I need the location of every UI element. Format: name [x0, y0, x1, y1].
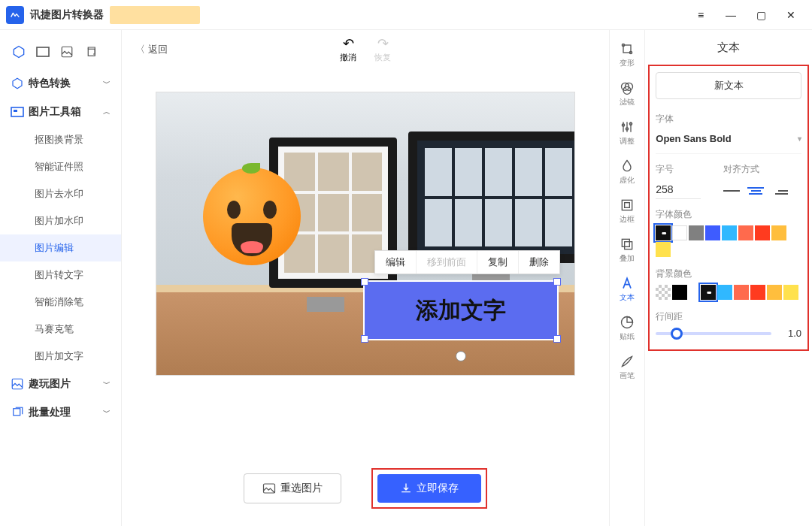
- font-label: 字体: [656, 113, 801, 125]
- rail-blur[interactable]: 虚化: [610, 155, 644, 189]
- color-swatch[interactable]: •••: [656, 225, 671, 240]
- svg-rect-2: [62, 47, 72, 57]
- rail-label: 画笔: [620, 370, 635, 381]
- rail-adjust[interactable]: 调整: [610, 116, 644, 150]
- sticker-icon: [620, 315, 635, 330]
- new-text-button[interactable]: 新文本: [656, 72, 801, 99]
- sidebar-item[interactable]: 图片转文字: [0, 261, 121, 289]
- text-icon: [620, 276, 635, 291]
- color-swatch[interactable]: [771, 225, 786, 240]
- sidebar-top-icons: [0, 38, 121, 69]
- context-toolbar: 编辑 移到前面 复制 删除: [374, 250, 560, 274]
- back-label: 返回: [148, 43, 168, 56]
- resize-handle[interactable]: [553, 278, 561, 286]
- align-right-button[interactable]: [771, 183, 788, 198]
- maximize-button[interactable]: ▢: [746, 4, 776, 26]
- undo-button[interactable]: ↶ 撤消: [340, 37, 356, 63]
- font-value: Open Sans Bold: [656, 133, 731, 144]
- color-swatch[interactable]: [672, 225, 687, 240]
- undo-icon: ↶: [343, 37, 354, 50]
- color-swatch[interactable]: [767, 285, 782, 300]
- canvas-image[interactable]: 编辑 移到前面 复制 删除 添加文字: [156, 92, 575, 376]
- rail-brush[interactable]: 画笔: [610, 350, 644, 385]
- line-height-value: 1.0: [779, 328, 801, 339]
- reselect-image-button[interactable]: 重选图片: [244, 473, 341, 503]
- resize-handle[interactable]: [361, 335, 368, 343]
- font-size-input[interactable]: [656, 180, 701, 199]
- sticker-emoji[interactable]: [203, 168, 301, 265]
- svg-rect-8: [14, 409, 20, 416]
- rail-transform[interactable]: 变形: [610, 38, 644, 72]
- resize-handle[interactable]: [361, 278, 368, 286]
- font-select[interactable]: Open Sans Bold ▾: [656, 130, 801, 154]
- color-swatch[interactable]: [783, 285, 798, 300]
- hamburger-menu-icon[interactable]: ≡: [686, 4, 716, 26]
- align-left-button[interactable]: [723, 183, 740, 198]
- image-icon[interactable]: [59, 44, 75, 60]
- sidebar-cat-label: 特色转换: [29, 77, 71, 90]
- rail-border[interactable]: 边框: [610, 194, 644, 228]
- sidebar-cat-label: 批量处理: [29, 406, 71, 419]
- color-swatch[interactable]: [717, 285, 732, 300]
- sidebar-cat-special[interactable]: 特色转换 ﹀: [0, 69, 121, 98]
- font-color-label: 字体颜色: [656, 208, 801, 221]
- sidebar-item[interactable]: 图片加文字: [0, 343, 121, 370]
- save-button[interactable]: 立即保存: [377, 474, 481, 503]
- size-label: 字号: [656, 163, 708, 176]
- color-swatch[interactable]: [705, 225, 720, 240]
- svg-rect-7: [12, 379, 23, 389]
- ctx-edit-button[interactable]: 编辑: [375, 251, 417, 274]
- resize-handle[interactable]: [553, 335, 561, 343]
- sidebar-item[interactable]: 智能证件照: [0, 153, 121, 180]
- slider-thumb[interactable]: [671, 328, 683, 340]
- canvas-area: 〈 返回 ↶ 撤消 ↷ 恢复: [122, 30, 609, 526]
- color-swatch[interactable]: [755, 225, 770, 240]
- minimize-button[interactable]: —: [716, 4, 746, 26]
- color-swatch[interactable]: [656, 285, 671, 300]
- rotate-handle[interactable]: [456, 351, 466, 361]
- sidebar-item[interactable]: 图片去水印: [0, 180, 121, 207]
- color-swatch[interactable]: •••: [701, 285, 716, 300]
- rail-label: 贴纸: [620, 331, 635, 342]
- sidebar-item[interactable]: 智能消除笔: [0, 289, 121, 316]
- color-swatch[interactable]: [672, 285, 687, 300]
- sidebar-cat-batch[interactable]: 批量处理 ﹀: [0, 398, 121, 427]
- hex-icon[interactable]: [11, 44, 27, 60]
- sidebar-cat-toolbox[interactable]: 图片工具箱 ︿: [0, 98, 121, 126]
- sidebar-cat-label: 图片工具箱: [29, 105, 81, 119]
- square-icon[interactable]: [35, 44, 51, 60]
- color-swatch[interactable]: [750, 285, 765, 300]
- color-swatch[interactable]: [656, 242, 671, 257]
- align-center-button[interactable]: [747, 183, 764, 198]
- ctx-front-button[interactable]: 移到前面: [417, 251, 477, 274]
- color-swatch[interactable]: [738, 225, 753, 240]
- color-swatch[interactable]: [689, 225, 704, 240]
- rail-filter[interactable]: 滤镜: [610, 77, 644, 111]
- copy-icon[interactable]: [83, 44, 99, 60]
- sidebar: 特色转换 ﹀ 图片工具箱 ︿ 抠图换背景 智能证件照 图片去水印 图片加水印 图…: [0, 30, 122, 526]
- rail-label: 边框: [620, 214, 635, 225]
- rail-sticker[interactable]: 贴纸: [610, 311, 644, 346]
- font-color-swatches: •••: [656, 225, 801, 257]
- color-swatch[interactable]: [734, 285, 749, 300]
- bg-color-swatches: •••: [656, 285, 801, 300]
- align-label: 对齐方式: [723, 163, 801, 176]
- color-swatch[interactable]: [722, 225, 737, 240]
- text-overlay[interactable]: 添加文字: [363, 280, 559, 340]
- sidebar-cat-fun[interactable]: 趣玩图片 ﹀: [0, 370, 121, 398]
- sidebar-item[interactable]: 图片加水印: [0, 207, 121, 234]
- sidebar-item[interactable]: 抠图换背景: [0, 126, 121, 153]
- back-button[interactable]: 〈 返回: [135, 43, 168, 56]
- tool-rail: 变形 滤镜 调整 虚化 边框 叠加 文本 贴纸 画笔: [609, 30, 645, 526]
- rail-text[interactable]: 文本: [610, 272, 644, 307]
- app-title: 讯捷图片转换器: [30, 8, 104, 22]
- ctx-copy-button[interactable]: 复制: [477, 251, 519, 274]
- close-button[interactable]: ✕: [776, 4, 806, 26]
- sidebar-item[interactable]: 马赛克笔: [0, 316, 121, 343]
- text-overlay-content[interactable]: 添加文字: [365, 282, 557, 339]
- adjust-icon: [620, 119, 635, 135]
- sidebar-item-image-edit[interactable]: 图片编辑: [0, 234, 121, 261]
- ctx-delete-button[interactable]: 删除: [519, 251, 559, 274]
- rail-overlay[interactable]: 叠加: [610, 233, 644, 268]
- line-height-slider[interactable]: [656, 332, 771, 335]
